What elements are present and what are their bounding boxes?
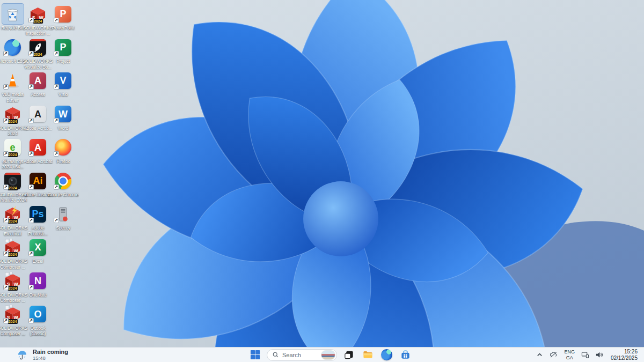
icon-art-vlc-media-player: ↗: [2, 70, 24, 91]
shortcut-arrow-icon: ↗: [28, 251, 34, 256]
desktop-icon-speccy[interactable]: ↗Speccy: [50, 204, 76, 231]
icon-art-adobe-acrobat: A↗: [27, 137, 49, 158]
clock-date: 02/12/2025: [611, 355, 638, 361]
desktop-icon-vlc-media-player[interactable]: ↗VLC media player: [0, 70, 25, 103]
year-badge: 2024: [8, 319, 18, 324]
desktop-icon-label: Excel: [23, 258, 54, 264]
file-explorer-button[interactable]: [361, 349, 375, 361]
shortcut-arrow-icon: ↗: [54, 51, 59, 56]
desktop-icon-solidworks-visualize-boost[interactable]: 2024↗SOLIDWORKS Visualize Bo...: [25, 37, 50, 70]
language-bottom: GA: [566, 355, 573, 360]
icon-art-adobe-illustrator: Ai↗: [27, 171, 49, 191]
desktop-icon-access[interactable]: A↗Access: [25, 70, 50, 97]
desktop-icon-excel[interactable]: X↗Excel: [25, 237, 50, 264]
icon-art-microsoft-edge: ↗: [2, 37, 24, 57]
volume-button[interactable]: [594, 349, 605, 361]
weather-time: 15:48: [33, 355, 68, 361]
task-view-button[interactable]: [342, 349, 356, 361]
shortcut-arrow-icon: ↗: [28, 118, 34, 123]
desktop-icon-microsoft-edge[interactable]: ↗Microsoft Edge: [0, 37, 25, 64]
desktop-icon-visio[interactable]: V↗Visio: [50, 70, 76, 97]
desktop-icon-label: Speccy: [48, 225, 79, 231]
desktop-icon-solidworks-electrical[interactable]: S W 2024↗SOLIDWORKS Electrical: [0, 204, 25, 237]
year-badge: 2024: [8, 119, 18, 124]
clock-time: 15:26: [624, 349, 638, 355]
search-icon: [272, 351, 279, 358]
desktop-icons: Recycle Bin S W 2024↗SOLIDWORKS Inspecti…: [0, 0, 644, 347]
desktop-icon-solidworks-2024[interactable]: S W 2024↗SOLIDWORKS 2024: [0, 104, 25, 137]
desktop-icon-adobe-acrobat-reader[interactable]: A↗Adobe Acrob...: [25, 104, 50, 131]
desktop-icon-label: Firefox: [48, 159, 79, 164]
search-input[interactable]: [282, 352, 318, 358]
desktop-icon-solidworks-composer-3[interactable]: S W 2024↗SOLIDWORKS Composer ...: [0, 304, 25, 337]
desktop-icon-project[interactable]: P↗Project: [50, 37, 76, 64]
desktop-icon-label: Word: [48, 125, 79, 131]
taskbar-center: [248, 348, 412, 362]
year-badge: 2024: [8, 252, 18, 257]
taskbar: Rain coming 15:48: [0, 347, 644, 362]
desktop-icon-label: Outlook (classic): [23, 326, 54, 337]
speaker-icon: [595, 351, 603, 359]
year-badge: 2024: [8, 219, 18, 224]
onedrive-status-button[interactable]: [548, 349, 559, 361]
icon-art-speccy: ↗: [53, 204, 74, 224]
language-indicator[interactable]: ENG GA: [562, 349, 577, 360]
desktop-icon-adobe-acrobat[interactable]: A↗Adobe Acrobat: [25, 137, 50, 164]
microsoft-store-button[interactable]: [398, 349, 412, 361]
icon-art-google-chrome: ↗: [53, 171, 74, 191]
desktop-icon-word[interactable]: W↗Word: [50, 104, 76, 131]
desktop-icon-label: Visio: [48, 92, 79, 97]
weather-widget[interactable]: Rain coming 15:48: [13, 348, 72, 362]
icon-art-adobe-acrobat-reader: A↗: [27, 104, 49, 124]
year-badge: 2024: [8, 152, 18, 157]
icon-art-project: P↗: [53, 37, 74, 57]
taskbar-search[interactable]: [267, 349, 337, 361]
desktop-icon-recycle-bin[interactable]: Recycle Bin: [0, 4, 25, 31]
start-button[interactable]: [248, 349, 262, 361]
shortcut-arrow-icon: ↗: [54, 151, 59, 157]
desktop-icon-solidworks-visualize-2024[interactable]: 2024↗SOLIDWORKS Visualize 2024: [0, 171, 25, 203]
icon-art-solidworks-composer-3: S W 2024↗: [2, 304, 24, 324]
icon-art-solidworks-visualize-boost: 2024↗: [27, 37, 49, 57]
desktop-icon-label: Google Chrome: [48, 192, 79, 197]
icon-art-solidworks-visualize-2024: 2024↗: [2, 171, 24, 191]
edge-button[interactable]: [379, 349, 393, 361]
year-badge: 2024: [33, 19, 43, 24]
desktop-icon-adobe-illustrator[interactable]: Ai↗Adobe Illustrat...: [25, 171, 50, 197]
desktop-icon-powerpoint[interactable]: P↗PowerPoint: [50, 4, 76, 31]
shortcut-arrow-icon: ↗: [28, 218, 34, 223]
shortcut-arrow-icon: ↗: [54, 184, 59, 190]
desktop-icon-solidworks-composer-1[interactable]: S W 2024↗SOLIDWORKS Composer ...: [0, 237, 25, 270]
desktop-icon-solidworks-inspection[interactable]: S W 2024↗SOLIDWORKS Inspection ...: [25, 4, 50, 36]
desktop-icon-google-chrome[interactable]: ↗Google Chrome: [50, 171, 76, 197]
shortcut-arrow-icon: ↗: [3, 84, 9, 90]
desktop-icon-solidworks-composer-2[interactable]: S W 2024↗SOLIDWORKS Composer ...: [0, 271, 25, 304]
desktop-icon-onenote[interactable]: N↗OneNote: [25, 271, 50, 298]
windows-logo-icon: [250, 349, 261, 360]
shortcut-arrow-icon: ↗: [3, 151, 9, 157]
network-button[interactable]: [580, 349, 591, 361]
shortcut-arrow-icon: ↗: [54, 118, 59, 123]
desktop-icon-label: OneNote: [23, 292, 54, 298]
desktop-icon-label: PowerPoint: [48, 25, 79, 31]
desktop-icon-edrawings-2024[interactable]: e2024↗eDrawings 2024 x64...: [0, 137, 25, 170]
search-highlight-thumbnail[interactable]: [321, 350, 335, 360]
network-icon: [581, 351, 589, 359]
shortcut-arrow-icon: ↗: [54, 218, 59, 223]
hidden-icons-button[interactable]: [534, 349, 545, 361]
shortcut-arrow-icon: ↗: [3, 218, 9, 223]
desktop-icon-adobe-photoshop[interactable]: Ps↗Adobe Photosh...: [25, 204, 50, 237]
shortcut-arrow-icon: ↗: [54, 18, 59, 23]
shortcut-arrow-icon: ↗: [3, 251, 9, 256]
clock[interactable]: 15:26 02/12/2025: [608, 349, 641, 361]
language-top: ENG: [564, 349, 575, 354]
shortcut-arrow-icon: ↗: [3, 318, 9, 323]
desktop-icon-firefox[interactable]: ↗Firefox: [50, 137, 76, 164]
shortcut-arrow-icon: ↗: [28, 318, 34, 323]
icon-art-solidworks-electrical: S W 2024↗: [2, 204, 24, 224]
shortcut-arrow-icon: ↗: [28, 84, 34, 90]
icon-art-solidworks-composer-2: S W 2024↗: [2, 271, 24, 291]
desktop-icon-outlook-classic[interactable]: O↗Outlook (classic): [25, 304, 50, 337]
system-tray: ENG GA 15:26 02/12/2025: [534, 348, 641, 362]
year-badge: 2024: [8, 286, 18, 291]
